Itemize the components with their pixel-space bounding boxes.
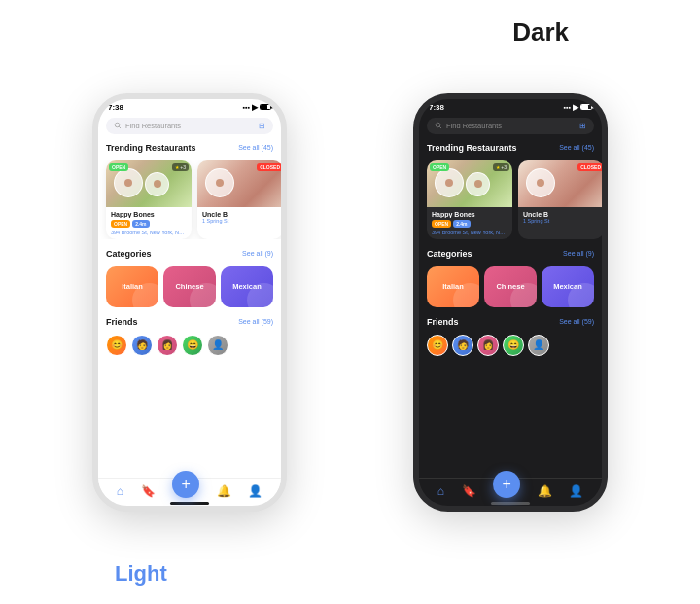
wifi-icon-dark: ▪▪▪ bbox=[564, 104, 571, 111]
tag-dist-dark: 2.4m bbox=[453, 220, 470, 228]
bottom-nav-dark: ⌂ 🔖 + 🔔 👤 bbox=[419, 478, 602, 502]
nav-bookmark-light[interactable]: 🔖 bbox=[141, 484, 156, 498]
avatar-1-light: 😊 bbox=[106, 335, 127, 356]
friends-title-light: Friends bbox=[106, 317, 138, 327]
card-image-1-light: OPEN ★+3 bbox=[106, 160, 192, 207]
friends-header-light: Friends See all (59) bbox=[98, 312, 281, 330]
trending-header-light: Trending Restaurants See all (45) bbox=[98, 138, 281, 156]
avatar-4-light: 😄 bbox=[182, 335, 203, 356]
category-chinese-dark[interactable]: Chinese bbox=[484, 266, 537, 307]
nav-home-dark[interactable]: ⌂ bbox=[438, 484, 444, 498]
svg-point-2 bbox=[436, 123, 440, 127]
search-icon-dark bbox=[435, 122, 442, 129]
categories-header-dark: Categories See all (9) bbox=[419, 244, 602, 262]
filter-icon-light[interactable]: ⊞ bbox=[259, 122, 265, 130]
closed-badge-dark: CLOSED bbox=[578, 163, 602, 171]
fab-button-dark[interactable]: + bbox=[493, 471, 520, 498]
card-name-2-dark: Uncle B bbox=[523, 211, 599, 218]
nav-person-light[interactable]: 👤 bbox=[248, 484, 262, 498]
restaurant-card-1-light[interactable]: OPEN ★+3 Happy Bones OPEN 2.4m 394 Broom… bbox=[106, 160, 192, 239]
phone-content-light: Trending Restaurants See all (45) OPEN ★… bbox=[98, 138, 281, 478]
avatar-4-dark: 😄 bbox=[503, 335, 524, 356]
card-info-1-dark: Happy Bones OPEN 2.4m 394 Broome St, New… bbox=[427, 207, 512, 239]
search-icon-light bbox=[114, 122, 122, 129]
trending-title-light: Trending Restaurants bbox=[106, 143, 196, 153]
home-indicator-light bbox=[98, 502, 281, 506]
restaurant-card-1-dark[interactable]: OPEN ★+3 Happy Bones OPEN 2.4m 394 Broom… bbox=[427, 160, 512, 239]
trending-title-dark: Trending Restaurants bbox=[427, 143, 517, 153]
categories-see-all-dark[interactable]: See all (9) bbox=[563, 250, 594, 257]
closed-badge-light: CLOSED bbox=[257, 163, 281, 171]
category-mexican-dark[interactable]: Mexican bbox=[542, 266, 594, 307]
category-mexican-light[interactable]: Mexican bbox=[221, 266, 273, 307]
nav-home-light[interactable]: ⌂ bbox=[117, 484, 123, 498]
trending-see-all-dark[interactable]: See all (45) bbox=[559, 144, 594, 151]
status-icons-dark: ▪▪▪ ▶ bbox=[564, 103, 592, 112]
rating-badge-dark: ★+3 bbox=[493, 163, 509, 171]
categories-row-light: Italian Chinese Mexican bbox=[98, 266, 281, 307]
fab-button-light[interactable]: + bbox=[172, 471, 199, 498]
rating-badge-light: ★+3 bbox=[172, 163, 189, 171]
categories-see-all-light[interactable]: See all (9) bbox=[242, 250, 273, 257]
card-image-2-light: CLOSED bbox=[197, 160, 281, 207]
card-name-1-dark: Happy Bones bbox=[432, 211, 508, 218]
home-indicator-dark bbox=[419, 502, 602, 506]
card-info-1-light: Happy Bones OPEN 2.4m 394 Broome St, New… bbox=[106, 207, 192, 239]
avatar-1-dark: 😊 bbox=[427, 335, 448, 356]
nav-bell-light[interactable]: 🔔 bbox=[217, 484, 231, 498]
friends-see-all-dark[interactable]: See all (59) bbox=[559, 318, 594, 325]
svg-line-3 bbox=[439, 126, 441, 128]
friends-header-dark: Friends See all (59) bbox=[419, 312, 602, 330]
nav-bell-dark[interactable]: 🔔 bbox=[538, 484, 552, 498]
tag-dist-light: 2.4m bbox=[132, 220, 149, 228]
svg-point-0 bbox=[115, 123, 120, 127]
search-placeholder-light: Find Restaurants bbox=[125, 122, 255, 130]
categories-title-dark: Categories bbox=[427, 249, 472, 259]
avatar-3-light: 👩 bbox=[157, 335, 178, 356]
battery-icon-light bbox=[260, 104, 271, 110]
search-bar-dark[interactable]: Find Restaurants ⊞ bbox=[427, 118, 594, 134]
category-italian-dark[interactable]: Italian bbox=[427, 266, 479, 307]
avatar-5-light: 👤 bbox=[207, 335, 228, 356]
search-bar-light[interactable]: Find Restaurants ⊞ bbox=[106, 118, 273, 134]
card-info-2-dark: Uncle B 1 Spring St bbox=[518, 207, 602, 228]
nav-bookmark-dark[interactable]: 🔖 bbox=[462, 484, 476, 498]
categories-row-dark: Italian Chinese Mexican bbox=[419, 266, 602, 307]
search-placeholder-dark: Find Restaurants bbox=[446, 122, 576, 130]
friends-title-dark: Friends bbox=[427, 317, 459, 327]
restaurant-card-2-light[interactable]: CLOSED Uncle B 1 Spring St bbox=[197, 160, 281, 239]
card-image-2-dark: CLOSED bbox=[518, 160, 602, 207]
phone-content-dark: Trending Restaurants See all (45) OPEN ★… bbox=[419, 138, 602, 478]
card-tags-1-dark: OPEN 2.4m bbox=[432, 220, 508, 228]
trending-see-all-light[interactable]: See all (45) bbox=[238, 144, 273, 151]
avatar-2-light: 🧑 bbox=[131, 335, 153, 356]
status-bar-dark: 7:38 ▪▪▪ ▶ bbox=[419, 99, 602, 114]
dark-theme-label: Dark bbox=[512, 18, 569, 48]
category-italian-light[interactable]: Italian bbox=[106, 266, 158, 307]
battery-icon-dark bbox=[580, 104, 592, 110]
card-info-2-light: Uncle B 1 Spring St bbox=[197, 207, 281, 228]
friends-see-all-light[interactable]: See all (59) bbox=[238, 318, 273, 325]
time-light: 7:38 bbox=[108, 103, 123, 112]
card-tags-1-light: OPEN 2.4m bbox=[111, 220, 187, 228]
light-phone: 7:38 ▪▪▪ ▶ Find Restaurants ⊞ Trending R… bbox=[92, 93, 287, 512]
friends-row-light: 😊 🧑 👩 😄 👤 bbox=[98, 335, 281, 356]
open-badge-light: OPEN bbox=[109, 163, 128, 171]
trending-header-dark: Trending Restaurants See all (45) bbox=[419, 138, 602, 156]
tag-open-dark: OPEN bbox=[432, 220, 451, 228]
time-dark: 7:38 bbox=[429, 103, 444, 112]
avatar-2-dark: 🧑 bbox=[452, 335, 473, 356]
status-bar-light: 7:38 ▪▪▪ ▶ bbox=[98, 99, 281, 114]
restaurant-card-2-dark[interactable]: CLOSED Uncle B 1 Spring St bbox=[518, 160, 602, 239]
light-theme-label: Light bbox=[115, 561, 167, 586]
cards-row-dark: OPEN ★+3 Happy Bones OPEN 2.4m 394 Broom… bbox=[419, 160, 602, 239]
card-address-2-light: 1 Spring St bbox=[202, 218, 278, 224]
card-name-2-light: Uncle B bbox=[202, 211, 278, 218]
card-address-1-light: 394 Broome St, New York, NY 10013 bbox=[111, 230, 187, 235]
filter-icon-dark[interactable]: ⊞ bbox=[579, 122, 586, 130]
open-badge-dark: OPEN bbox=[430, 163, 449, 171]
categories-header-light: Categories See all (9) bbox=[98, 244, 281, 262]
nav-person-dark[interactable]: 👤 bbox=[569, 484, 583, 498]
category-chinese-light[interactable]: Chinese bbox=[163, 266, 216, 307]
signal-icon-dark: ▶ bbox=[573, 103, 578, 112]
